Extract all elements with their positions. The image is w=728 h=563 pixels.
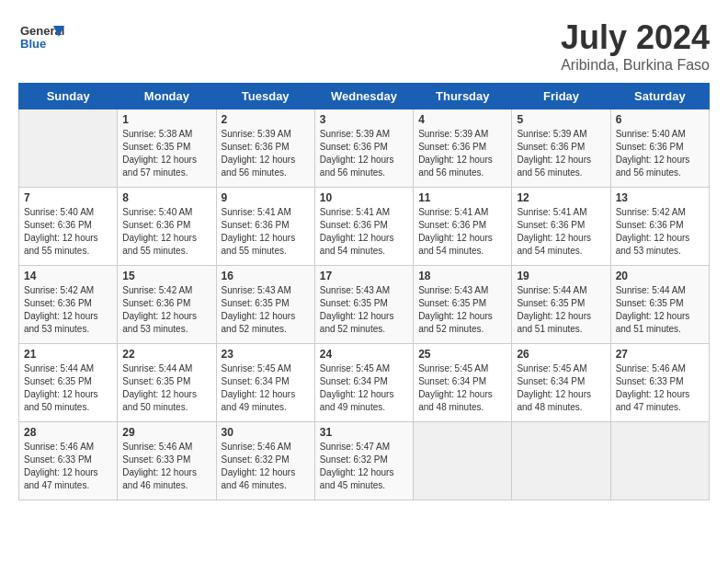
sunset-text: Sunset: 6:36 PM <box>320 142 388 152</box>
daylight-text: Daylight: 12 hours and 53 minutes. <box>616 233 690 256</box>
sunrise-text: Sunrise: 5:42 AM <box>24 285 94 295</box>
cell-content: Sunrise: 5:41 AM Sunset: 6:36 PM Dayligh… <box>222 206 310 258</box>
cell-content: Sunrise: 5:46 AM Sunset: 6:33 PM Dayligh… <box>24 441 112 492</box>
day-number: 21 <box>24 348 112 361</box>
calendar-cell: 17 Sunrise: 5:43 AM Sunset: 6:35 PM Dayl… <box>314 266 413 344</box>
calendar-cell: 21 Sunrise: 5:44 AM Sunset: 6:35 PM Dayl… <box>19 344 118 422</box>
sunrise-text: Sunrise: 5:41 AM <box>418 207 488 217</box>
day-number: 3 <box>320 113 408 126</box>
day-number: 16 <box>222 270 310 282</box>
daylight-text: Daylight: 12 hours and 46 minutes. <box>222 467 296 490</box>
day-number: 28 <box>24 426 112 439</box>
svg-text:Blue: Blue <box>20 37 46 51</box>
column-header-saturday: Saturday <box>610 84 709 109</box>
sunrise-text: Sunrise: 5:43 AM <box>320 285 390 295</box>
calendar-cell <box>19 109 118 188</box>
sunset-text: Sunset: 6:35 PM <box>122 142 190 152</box>
day-number: 10 <box>320 191 408 204</box>
daylight-text: Daylight: 12 hours and 56 minutes. <box>320 155 394 178</box>
sunset-text: Sunset: 6:36 PM <box>24 298 92 308</box>
cell-content: Sunrise: 5:43 AM Sunset: 6:35 PM Dayligh… <box>320 284 408 336</box>
sunrise-text: Sunrise: 5:41 AM <box>517 207 586 217</box>
sunset-text: Sunset: 6:35 PM <box>24 376 92 386</box>
day-number: 13 <box>616 191 704 204</box>
sunset-text: Sunset: 6:36 PM <box>122 220 190 230</box>
daylight-text: Daylight: 12 hours and 48 minutes. <box>418 389 493 412</box>
day-number: 2 <box>222 113 310 126</box>
calendar-cell: 1 Sunrise: 5:38 AM Sunset: 6:35 PM Dayli… <box>118 109 216 188</box>
calendar-cell <box>414 422 512 500</box>
sunset-text: Sunset: 6:36 PM <box>616 220 684 230</box>
cell-content: Sunrise: 5:42 AM Sunset: 6:36 PM Dayligh… <box>122 284 210 336</box>
cell-content: Sunrise: 5:39 AM Sunset: 6:36 PM Dayligh… <box>517 128 605 179</box>
cell-content: Sunrise: 5:40 AM Sunset: 6:36 PM Dayligh… <box>616 128 704 179</box>
calendar-cell: 23 Sunrise: 5:45 AM Sunset: 6:34 PM Dayl… <box>216 344 314 422</box>
day-number: 7 <box>24 191 112 204</box>
column-header-wednesday: Wednesday <box>314 84 413 109</box>
calendar-cell: 12 Sunrise: 5:41 AM Sunset: 6:36 PM Dayl… <box>512 188 610 266</box>
cell-content: Sunrise: 5:45 AM Sunset: 6:34 PM Dayligh… <box>517 362 605 414</box>
day-number: 18 <box>418 270 506 282</box>
day-number: 15 <box>122 270 210 282</box>
sunrise-text: Sunrise: 5:42 AM <box>616 207 686 217</box>
sunrise-text: Sunrise: 5:44 AM <box>616 285 686 295</box>
column-header-sunday: Sunday <box>19 84 118 109</box>
daylight-text: Daylight: 12 hours and 54 minutes. <box>517 233 591 256</box>
daylight-text: Daylight: 12 hours and 56 minutes. <box>418 155 493 178</box>
calendar-cell: 8 Sunrise: 5:40 AM Sunset: 6:36 PM Dayli… <box>118 188 216 266</box>
sunrise-text: Sunrise: 5:46 AM <box>122 442 192 452</box>
day-number: 25 <box>418 348 506 361</box>
cell-content: Sunrise: 5:42 AM Sunset: 6:36 PM Dayligh… <box>24 284 112 336</box>
cell-content: Sunrise: 5:44 AM Sunset: 6:35 PM Dayligh… <box>616 284 704 336</box>
cell-content: Sunrise: 5:44 AM Sunset: 6:35 PM Dayligh… <box>517 284 605 336</box>
sunrise-text: Sunrise: 5:38 AM <box>122 129 192 139</box>
cell-content: Sunrise: 5:44 AM Sunset: 6:35 PM Dayligh… <box>24 362 112 414</box>
sunset-text: Sunset: 6:35 PM <box>517 298 585 308</box>
daylight-text: Daylight: 12 hours and 54 minutes. <box>418 233 493 256</box>
cell-content: Sunrise: 5:47 AM Sunset: 6:32 PM Dayligh… <box>320 441 408 492</box>
calendar-cell: 18 Sunrise: 5:43 AM Sunset: 6:35 PM Dayl… <box>414 266 512 344</box>
calendar-table: SundayMondayTuesdayWednesdayThursdayFrid… <box>18 83 710 500</box>
sunrise-text: Sunrise: 5:44 AM <box>517 285 586 295</box>
day-number: 11 <box>418 191 506 204</box>
calendar-cell: 10 Sunrise: 5:41 AM Sunset: 6:36 PM Dayl… <box>314 188 413 266</box>
daylight-text: Daylight: 12 hours and 53 minutes. <box>24 311 98 334</box>
daylight-text: Daylight: 12 hours and 51 minutes. <box>616 311 690 334</box>
cell-content: Sunrise: 5:45 AM Sunset: 6:34 PM Dayligh… <box>320 362 408 414</box>
daylight-text: Daylight: 12 hours and 57 minutes. <box>122 155 197 178</box>
sunset-text: Sunset: 6:36 PM <box>320 220 388 230</box>
sunrise-text: Sunrise: 5:45 AM <box>418 363 488 373</box>
daylight-text: Daylight: 12 hours and 47 minutes. <box>616 389 690 412</box>
sunset-text: Sunset: 6:36 PM <box>517 142 585 152</box>
sunset-text: Sunset: 6:36 PM <box>616 142 684 152</box>
location-subtitle: Aribinda, Burkina Faso <box>561 57 710 74</box>
calendar-cell: 22 Sunrise: 5:44 AM Sunset: 6:35 PM Dayl… <box>118 344 216 422</box>
calendar-cell: 15 Sunrise: 5:42 AM Sunset: 6:36 PM Dayl… <box>118 266 216 344</box>
sunset-text: Sunset: 6:34 PM <box>320 376 388 386</box>
daylight-text: Daylight: 12 hours and 46 minutes. <box>122 467 197 490</box>
sunrise-text: Sunrise: 5:41 AM <box>222 207 291 217</box>
daylight-text: Daylight: 12 hours and 50 minutes. <box>24 389 98 412</box>
calendar-cell: 20 Sunrise: 5:44 AM Sunset: 6:35 PM Dayl… <box>610 266 709 344</box>
calendar-cell: 3 Sunrise: 5:39 AM Sunset: 6:36 PM Dayli… <box>314 109 413 188</box>
day-number: 9 <box>222 191 310 204</box>
column-header-friday: Friday <box>512 84 610 109</box>
daylight-text: Daylight: 12 hours and 51 minutes. <box>517 311 591 334</box>
sunrise-text: Sunrise: 5:44 AM <box>122 363 192 373</box>
day-number: 19 <box>517 270 605 282</box>
daylight-text: Daylight: 12 hours and 55 minutes. <box>122 233 197 256</box>
sunset-text: Sunset: 6:33 PM <box>122 454 190 465</box>
sunrise-text: Sunrise: 5:45 AM <box>320 363 390 373</box>
cell-content: Sunrise: 5:39 AM Sunset: 6:36 PM Dayligh… <box>320 128 408 179</box>
sunrise-text: Sunrise: 5:47 AM <box>320 442 390 452</box>
daylight-text: Daylight: 12 hours and 54 minutes. <box>320 233 394 256</box>
sunrise-text: Sunrise: 5:44 AM <box>24 363 94 373</box>
calendar-cell: 19 Sunrise: 5:44 AM Sunset: 6:35 PM Dayl… <box>512 266 610 344</box>
daylight-text: Daylight: 12 hours and 45 minutes. <box>320 467 394 490</box>
calendar-cell: 24 Sunrise: 5:45 AM Sunset: 6:34 PM Dayl… <box>314 344 413 422</box>
month-year-title: July 2024 <box>561 18 710 57</box>
calendar-cell <box>610 422 709 500</box>
day-number: 29 <box>122 426 210 439</box>
sunrise-text: Sunrise: 5:43 AM <box>418 285 488 295</box>
cell-content: Sunrise: 5:45 AM Sunset: 6:34 PM Dayligh… <box>222 362 310 414</box>
